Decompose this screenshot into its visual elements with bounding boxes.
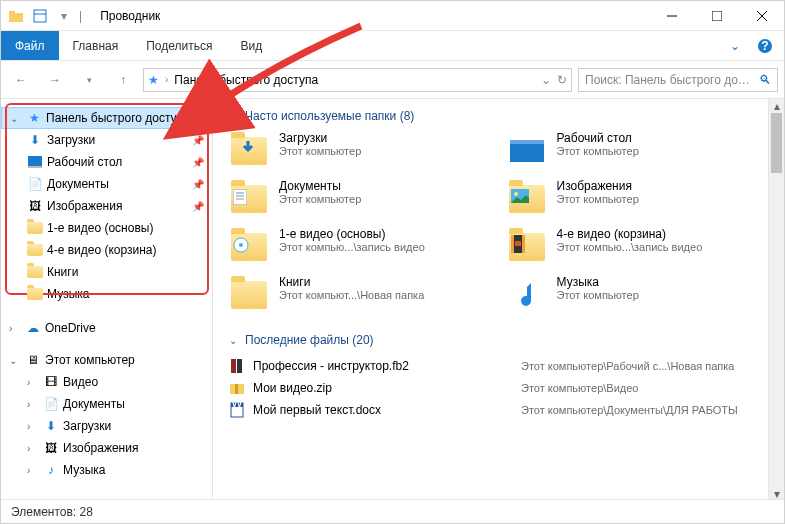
search-icon[interactable]: 🔍︎ [759, 73, 771, 87]
nav-item-desktop[interactable]: Рабочий стол📌 [1, 151, 212, 173]
pin-icon: 📌 [192, 157, 204, 168]
folder-item[interactable]: ИзображенияЭтот компьютер [507, 179, 769, 223]
properties-icon[interactable] [31, 7, 49, 25]
docx-icon: W [229, 402, 245, 418]
collapse-icon[interactable]: ⌄ [229, 111, 237, 122]
address-bar[interactable]: ★ › Панель быстрого доступа ⌄ ↻ [143, 68, 572, 92]
folder-item[interactable]: Рабочий столЭтот компьютер [507, 131, 769, 175]
download-folder-icon [229, 131, 269, 171]
folder-item[interactable]: ДокументыЭтот компьютер [229, 179, 491, 223]
help-icon[interactable]: ? [756, 37, 774, 55]
nav-item-downloads[interactable]: ⬇Загрузки📌 [1, 129, 212, 151]
maximize-button[interactable] [694, 1, 739, 31]
nav-item-folder[interactable]: Книги [1, 261, 212, 283]
svg-rect-23 [511, 235, 514, 253]
picture-icon: 🖼 [43, 440, 59, 456]
collapse-icon[interactable]: ⌄ [10, 113, 22, 124]
group-recent-files[interactable]: ⌄ Последние файлы (20) [229, 333, 768, 347]
music-icon: ♪ [43, 462, 59, 478]
svg-rect-5 [712, 11, 722, 21]
scroll-up-icon[interactable]: ▴ [769, 99, 784, 113]
address-dropdown-icon[interactable]: ⌄ [541, 73, 551, 87]
nav-item-folder[interactable]: 1-е видео (основы) [1, 217, 212, 239]
nav-item-folder[interactable]: Музыка [1, 283, 212, 305]
nav-item-folder[interactable]: 4-е видео (корзина) [1, 239, 212, 261]
ribbon-tabs: Файл Главная Поделиться Вид ⌄ ? [1, 31, 784, 61]
minimize-button[interactable] [649, 1, 694, 31]
collapse-icon[interactable]: ⌄ [9, 355, 21, 366]
window-title: Проводник [100, 9, 649, 23]
nav-pc-videos[interactable]: ›🎞Видео [1, 371, 212, 393]
nav-forward-button[interactable]: → [41, 66, 69, 94]
tab-file[interactable]: Файл [1, 31, 59, 60]
svg-rect-11 [28, 166, 42, 168]
folder-item[interactable]: МузыкаЭтот компьютер [507, 275, 769, 319]
pin-icon: 📌 [192, 201, 204, 212]
file-row[interactable]: Мои видео.zipЭтот компьютер\Видео [229, 377, 768, 399]
tab-view[interactable]: Вид [226, 31, 276, 60]
svg-rect-14 [233, 189, 247, 205]
document-icon: 📄 [43, 396, 59, 412]
qat-dropdown-icon[interactable]: ▾ [55, 7, 73, 25]
documents-folder-icon [229, 179, 269, 219]
group-frequent-folders[interactable]: ⌄ Часто используемые папки (8) [229, 109, 768, 123]
scrollbar-thumb[interactable] [771, 113, 782, 173]
file-row[interactable]: Профессия - инструктор.fb2Этот компьютер… [229, 355, 768, 377]
picture-icon: 🖼 [27, 198, 43, 214]
folder-item[interactable]: 4-е видео (корзина)Этот компью...\запись… [507, 227, 769, 271]
breadcrumb[interactable]: Панель быстрого доступа [174, 73, 318, 87]
tab-share[interactable]: Поделиться [132, 31, 226, 60]
svg-rect-26 [231, 359, 236, 373]
svg-rect-24 [522, 235, 525, 253]
folder-icon [507, 227, 547, 267]
nav-up-button[interactable]: ↑ [109, 66, 137, 94]
svg-rect-27 [237, 359, 242, 373]
star-icon: ★ [148, 73, 159, 87]
nav-quick-access[interactable]: ⌄ ★ Панель быстрого доступа [1, 107, 212, 129]
tab-home[interactable]: Главная [59, 31, 133, 60]
svg-rect-25 [515, 241, 521, 246]
nav-onedrive[interactable]: ›☁OneDrive [1, 317, 212, 339]
refresh-icon[interactable]: ↻ [557, 73, 567, 87]
desktop-folder-icon [507, 131, 547, 171]
nav-this-pc[interactable]: ⌄🖥Этот компьютер [1, 349, 212, 371]
folder-item[interactable]: КнигиЭтот компьют...\Новая папка [229, 275, 491, 319]
download-icon: ⬇ [27, 132, 43, 148]
svg-rect-10 [28, 156, 42, 166]
pin-icon: 📌 [192, 179, 204, 190]
nav-item-documents[interactable]: 📄Документы📌 [1, 173, 212, 195]
nav-pc-downloads[interactable]: ›⬇Загрузки [1, 415, 212, 437]
expand-icon[interactable]: › [9, 323, 21, 334]
nav-pc-documents[interactable]: ›📄Документы [1, 393, 212, 415]
nav-item-pictures[interactable]: 🖼Изображения📌 [1, 195, 212, 217]
nav-back-button[interactable]: ← [7, 66, 35, 94]
expand-ribbon-icon[interactable]: ⌄ [726, 37, 744, 55]
svg-point-19 [514, 192, 518, 196]
main-view: ⌄ Часто используемые папки (8) ЗагрузкиЭ… [213, 99, 784, 501]
folder-icon [27, 286, 43, 302]
folder-icon [27, 242, 43, 258]
file-row[interactable]: WМой первый текст.docxЭтот компьютер\Док… [229, 399, 768, 421]
svg-rect-1 [9, 11, 15, 14]
video-icon: 🎞 [43, 374, 59, 390]
qat-separator: | [79, 9, 82, 23]
expand-icon[interactable]: › [27, 399, 39, 410]
folder-icon [27, 220, 43, 236]
expand-icon[interactable]: › [27, 421, 39, 432]
nav-pc-pictures[interactable]: ›🖼Изображения [1, 437, 212, 459]
folder-item[interactable]: 1-е видео (основы)Этот компью...\запись … [229, 227, 491, 271]
collapse-icon[interactable]: ⌄ [229, 335, 237, 346]
svg-rect-13 [510, 140, 544, 144]
close-button[interactable] [739, 1, 784, 31]
vertical-scrollbar[interactable]: ▴ ▾ [768, 99, 784, 501]
book-icon [229, 358, 245, 374]
folder-icon [229, 275, 269, 315]
nav-history-icon[interactable]: ▾ [75, 66, 103, 94]
nav-pc-music[interactable]: ›♪Музыка [1, 459, 212, 481]
expand-icon[interactable]: › [27, 465, 39, 476]
folder-item[interactable]: ЗагрузкиЭтот компьютер [229, 131, 491, 175]
folder-icon[interactable] [7, 7, 25, 25]
search-input[interactable]: Поиск: Панель быстрого до… 🔍︎ [578, 68, 778, 92]
expand-icon[interactable]: › [27, 377, 39, 388]
expand-icon[interactable]: › [27, 443, 39, 454]
